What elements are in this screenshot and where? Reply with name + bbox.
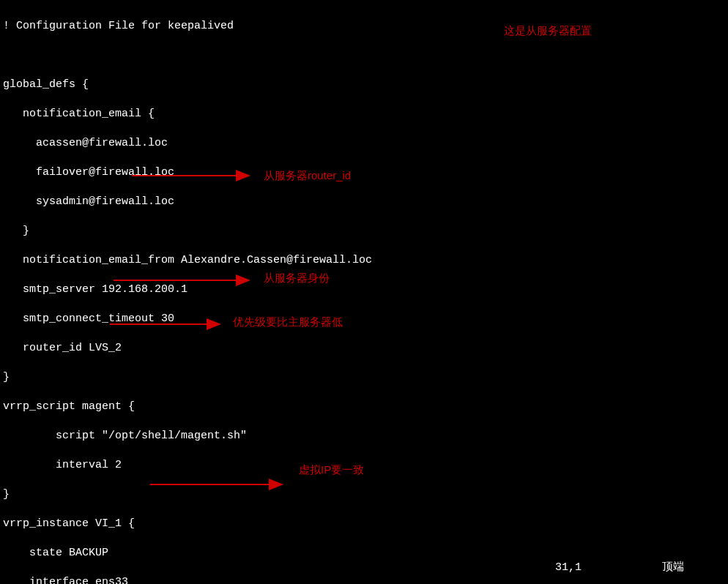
config-line: } (3, 370, 725, 385)
config-line: sysadmin@firewall.loc (3, 195, 725, 209)
annotation-router-id: 从服务器router_id (264, 168, 351, 183)
config-line: interface ens33 (3, 575, 725, 584)
config-line: smtp_server 192.168.200.1 (3, 282, 725, 297)
config-line: global_defs { (3, 78, 725, 92)
config-line: failover@firewall.loc (3, 165, 725, 180)
config-line: router_id LVS_2 (3, 341, 725, 356)
config-line: vrrp_instance VI_1 { (3, 517, 725, 531)
config-line: acassen@firewall.loc (3, 136, 725, 151)
terminal-window[interactable]: ! Configuration File for keepalived glob… (0, 0, 728, 584)
annotation-header: 这是从服务器配置 (504, 23, 592, 38)
status-position: 31,1 (555, 561, 582, 575)
config-line: script "/opt/shell/magent.sh" (3, 429, 725, 443)
config-line: notification_email_from Alexandre.Cassen… (3, 253, 725, 268)
config-line (3, 48, 725, 63)
config-line: notification_email { (3, 107, 725, 121)
config-line: } (3, 487, 725, 502)
config-line: } (3, 224, 725, 239)
annotation-priority: 优先级要比主服务器低 (233, 315, 343, 329)
config-line: vrrp_script magent { (3, 400, 725, 414)
status-indicator: 顶端 (662, 561, 684, 575)
config-line: state BACKUP (3, 546, 725, 561)
annotation-vip: 虚拟IP要一致 (299, 463, 364, 477)
config-line: smtp_connect_timeout 30 (3, 312, 725, 326)
annotation-state: 从服务器身份 (264, 271, 330, 285)
config-line: ! Configuration File for keepalived (3, 19, 725, 34)
